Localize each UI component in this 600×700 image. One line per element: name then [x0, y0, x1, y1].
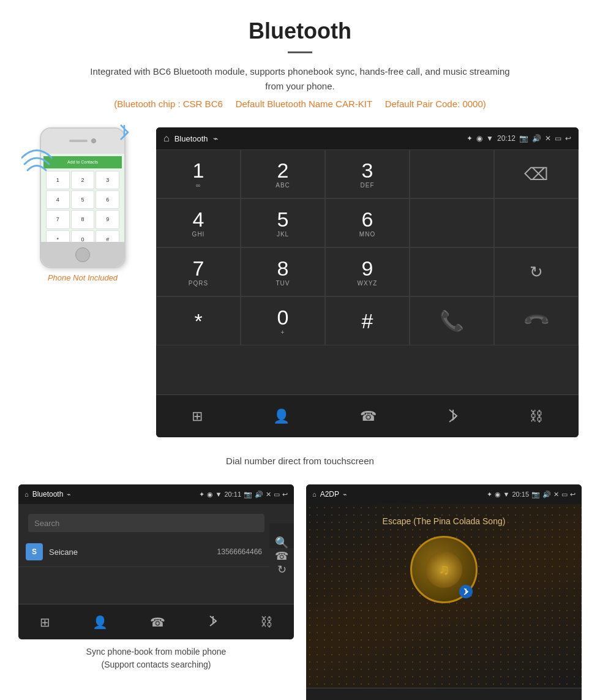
home-icon: ⌂: [163, 133, 170, 144]
contact-phone: 13566664466: [217, 548, 262, 556]
dial-key-star[interactable]: *: [156, 296, 241, 345]
music-bluetooth-badge: [459, 585, 473, 598]
pb-time: 20:11: [224, 491, 241, 498]
dial-call-button[interactable]: 📞: [410, 296, 494, 345]
close-icon: ✕: [545, 134, 551, 143]
phone-nav-icon[interactable]: ☎: [360, 408, 377, 424]
dial-caption: Dial number direct from touchscreen: [0, 450, 600, 478]
bluetooth-status-icon: ✦: [467, 134, 473, 143]
pb-call-side-icon[interactable]: ☎: [275, 549, 288, 563]
contact-list: S Seicane 13566664466: [18, 537, 294, 567]
wifi-status-icon: ▼: [486, 134, 493, 143]
music-next-icon[interactable]: ⏭: [529, 697, 542, 700]
dial-backspace-button[interactable]: ⌫: [494, 149, 579, 198]
title-divider: [288, 51, 312, 53]
music-bottom-nav: ⏮ ⏯ ⏭: [306, 688, 582, 700]
phone-top-bar: Add to Contacts: [43, 156, 122, 168]
dial-bottom-nav: ⊞ 👤 ☎ ⛓: [156, 394, 579, 437]
pb-close-icon: ✕: [266, 491, 271, 499]
dial-reload-button[interactable]: ↻: [494, 247, 579, 296]
bluetooth-nav-icon[interactable]: [447, 406, 459, 427]
music-screenshot: ⌂ A2DP ⌁ ✦ ◉ ▼ 20:15 📷 🔊 ✕ ▭ ↩: [306, 484, 582, 700]
screen-icon: ▭: [555, 134, 561, 143]
dial-key-6[interactable]: 6 MNO: [325, 198, 410, 247]
pb-bluetooth-icon[interactable]: [208, 614, 218, 630]
dialpad-nav-icon[interactable]: ⊞: [192, 408, 203, 424]
link-nav-icon[interactable]: ⛓: [530, 408, 543, 424]
main-section: Add to Contacts 1 2 3 4 5 6 7 8 9 * 0: [0, 115, 600, 450]
phonebook-status-bar: ⌂ Bluetooth ⌁ ✦ ◉ ▼ 20:11 📷 🔊 ✕ ▭ ↩: [18, 484, 294, 504]
contact-name: Seicane: [49, 548, 217, 557]
spec-code: Default Pair Code: 0000): [385, 99, 486, 109]
music-status-right: ✦ ◉ ▼ 20:15 📷 🔊 ✕ ▭ ↩: [487, 491, 576, 499]
dial-key-5[interactable]: 5 JKL: [241, 198, 325, 247]
dial-status-right: ✦ ◉ ▼ 20:12 📷 🔊 ✕ ▭ ↩: [467, 134, 571, 143]
phonebook-panel: ⌂ Bluetooth ⌁ ✦ ◉ ▼ 20:11 📷 🔊 ✕ ▭ ↩: [18, 484, 294, 700]
music-play-pause-icon[interactable]: ⏯: [437, 697, 451, 700]
pb-wifi-icon: ▼: [216, 491, 222, 498]
dial-key-7[interactable]: 7 PQRS: [156, 247, 241, 296]
phonebook-bottom-nav: ⊞ 👤 ☎ ⛓: [18, 604, 294, 639]
music-screen-title: A2DP: [320, 490, 339, 499]
phonebook-content: Search S Seicane 13566664466 🔍 ☎ ↻: [18, 504, 294, 567]
phone-image-wrapper: Add to Contacts 1 2 3 4 5 6 7 8 9 * 0: [40, 127, 126, 268]
dial-key-empty-4: [410, 247, 494, 296]
dial-key-2[interactable]: 2 ABC: [241, 149, 325, 198]
contact-row: S Seicane 13566664466: [18, 537, 269, 567]
bluetooth-specs: (Bluetooth chip : CSR BC6 Default Blueto…: [86, 99, 514, 109]
search-bar[interactable]: Search: [28, 514, 264, 532]
pb-status-right: ✦ ◉ ▼ 20:11 📷 🔊 ✕ ▭ ↩: [199, 491, 288, 499]
back-icon: ↩: [565, 134, 571, 143]
dial-key-3[interactable]: 3 DEF: [325, 149, 410, 198]
music-usb-icon: ⌁: [343, 491, 347, 499]
spec-chip: (Bluetooth chip : CSR BC6: [114, 99, 223, 109]
pb-user-icon[interactable]: 👤: [92, 615, 108, 630]
music-bt-icon: ✦: [487, 491, 492, 499]
dial-status-bar: ⌂ Bluetooth ⌁ ✦ ◉ ▼ 20:12 📷 🔊 ✕ ▭ ↩: [156, 127, 579, 149]
usb-icon: ⌁: [213, 134, 218, 143]
phonebook-caption: Sync phone-book from mobile phone (Suppo…: [86, 639, 227, 674]
dial-key-9[interactable]: 9 WXYZ: [325, 247, 410, 296]
dial-end-button[interactable]: 📞: [494, 296, 579, 345]
pb-cam-icon: 📷: [244, 491, 252, 499]
dial-key-0[interactable]: 0 +: [241, 296, 325, 345]
contacts-nav-icon[interactable]: 👤: [273, 408, 290, 424]
dial-key-8[interactable]: 8 TUV: [241, 247, 325, 296]
pb-home-icon: ⌂: [24, 491, 29, 498]
music-close-icon: ✕: [553, 491, 559, 499]
pb-search-side-icon[interactable]: 🔍: [275, 536, 288, 549]
search-placeholder: Search: [34, 519, 59, 528]
music-cam-icon: 📷: [531, 491, 540, 499]
phone-not-included-label: Phone Not Included: [48, 273, 118, 282]
dial-key-empty-3: [494, 198, 579, 247]
pb-usb-icon: ⌁: [67, 491, 71, 499]
pb-link-icon[interactable]: ⛓: [260, 615, 272, 629]
music-time: 20:15: [512, 491, 529, 498]
pb-grid-icon[interactable]: ⊞: [40, 615, 50, 630]
dial-key-4[interactable]: 4 GHI: [156, 198, 241, 247]
music-screen2-icon: ▭: [561, 491, 568, 499]
music-main-content: Escape (The Pina Colada Song) ♫: [306, 504, 582, 628]
page-description: Integrated with BC6 Bluetooth module, su…: [86, 64, 514, 94]
contact-avatar: S: [26, 543, 43, 560]
phone-home-button: [75, 247, 90, 262]
music-panel: ⌂ A2DP ⌁ ✦ ◉ ▼ 20:15 📷 🔊 ✕ ▭ ↩: [306, 484, 582, 700]
pb-phone-icon[interactable]: ☎: [150, 615, 165, 630]
page-header: Bluetooth Integrated with BC6 Bluetooth …: [0, 0, 600, 115]
phone-container: Add to Contacts 1 2 3 4 5 6 7 8 9 * 0: [21, 127, 144, 282]
pb-vol-icon: 🔊: [255, 491, 263, 499]
dial-screen-title: Bluetooth: [174, 134, 208, 143]
spec-name: Default Bluetooth Name CAR-KIT: [236, 99, 372, 109]
dial-key-hash[interactable]: #: [325, 296, 410, 345]
pb-reload-side-icon[interactable]: ↻: [277, 563, 287, 576]
phonebook-side-icons: 🔍 ☎ ↻: [269, 524, 294, 548]
music-album-inner: ♫: [426, 551, 462, 588]
phonebook-screenshot: ⌂ Bluetooth ⌁ ✦ ◉ ▼ 20:11 📷 🔊 ✕ ▭ ↩: [18, 484, 294, 639]
pb-screen2-icon: ▭: [274, 491, 280, 499]
pb-loc-icon: ◉: [207, 491, 213, 499]
music-album-art: ♫: [410, 536, 478, 603]
music-prev-icon[interactable]: ⏮: [345, 697, 359, 700]
dial-key-1[interactable]: 1 ∞: [156, 149, 241, 198]
dial-keypad-grid: 1 ∞ 2 ABC 3 DEF ⌫ 4 GHI 5 JKL: [156, 149, 579, 394]
dial-key-empty-1: [410, 149, 494, 198]
